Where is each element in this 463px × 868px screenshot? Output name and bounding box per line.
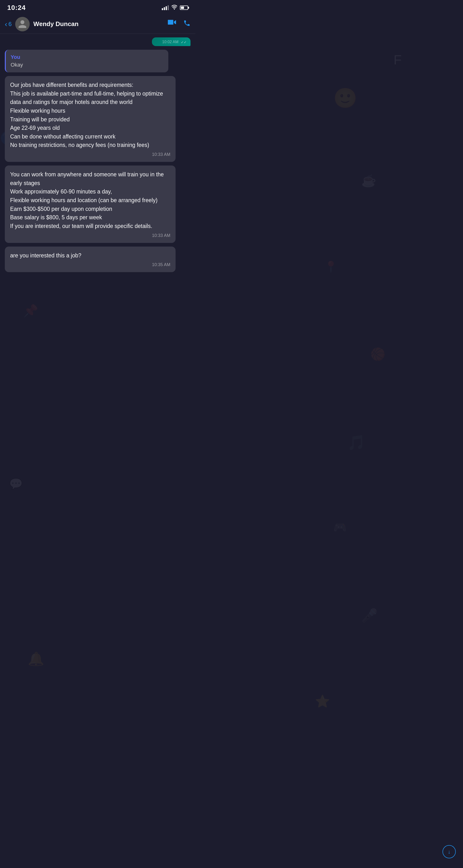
partial-message-container: 10:02 AM ✓✓ [5, 37, 191, 46]
chat-area: 10:02 AM ✓✓ You Okay Our jobs have diffe… [0, 34, 195, 277]
nav-bar: ‹ 6 Wendy Duncan [0, 14, 195, 34]
phone-call-button[interactable] [183, 20, 191, 28]
message-text-1: Our jobs have different benefits and req… [10, 81, 170, 150]
avatar [15, 17, 30, 31]
status-bar: 10:24 [0, 0, 195, 14]
status-time: 10:24 [7, 4, 26, 11]
signal-bar-2 [164, 7, 165, 10]
contact-name: Wendy Duncan [33, 20, 168, 28]
back-count: 6 [8, 21, 11, 28]
incoming-message-2: You can work from anywhere and someone w… [5, 165, 175, 243]
checkmark-icon: ✓✓ [181, 40, 187, 44]
partial-message-bubble: 10:02 AM ✓✓ [152, 37, 191, 46]
signal-bar-1 [162, 8, 163, 10]
message-time-1: 10:33 AM [10, 152, 170, 157]
incoming-message-3: are you interested this a job? 10:35 AM [5, 247, 175, 272]
signal-bar-3 [166, 6, 167, 10]
message-time-2: 10:33 AM [10, 233, 170, 238]
message-text-3: are you interested this a job? [10, 251, 170, 260]
signal-bars-icon [162, 5, 169, 10]
person-icon [18, 19, 27, 29]
video-call-button[interactable] [168, 20, 176, 28]
back-button[interactable]: ‹ 6 [5, 20, 11, 28]
nav-actions [168, 20, 191, 28]
you-reply-bubble: You Okay [5, 50, 168, 72]
you-text: Okay [11, 62, 164, 68]
partial-message-time: 10:02 AM [162, 40, 178, 44]
incoming-message-1: Our jobs have different benefits and req… [5, 76, 175, 162]
status-icons [162, 5, 188, 11]
message-text-2: You can work from anywhere and someone w… [10, 170, 170, 230]
signal-bar-4 [168, 5, 169, 10]
battery-icon [180, 5, 188, 10]
message-time-3: 10:35 AM [10, 262, 170, 267]
you-label: You [11, 54, 164, 60]
battery-fill [181, 6, 184, 9]
wifi-icon [171, 5, 177, 11]
back-chevron-icon: ‹ [5, 20, 7, 28]
